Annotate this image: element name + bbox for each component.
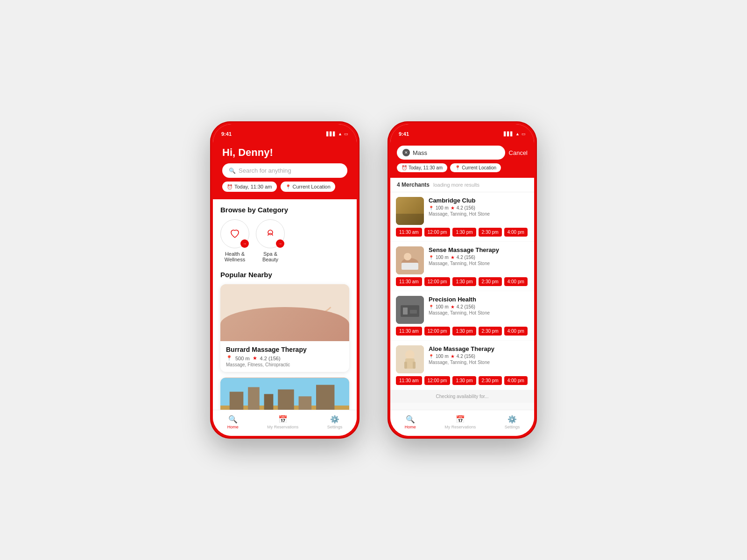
- nav-settings-1[interactable]: ⚙️ Settings: [327, 415, 343, 429]
- merchant-top-cambridge: Cambridge Club 📍 100 m ★ 4.2 (156) Massa…: [396, 197, 529, 225]
- nav-reservations-2[interactable]: 📅 My Reservations: [444, 415, 476, 429]
- search-header: ✕ Mass Cancel ⏰ Today, 11:30 am 📍 Curren…: [390, 141, 534, 178]
- precision-rating: 4.2 (156): [457, 304, 475, 309]
- location-label-2: Current Location: [462, 165, 496, 170]
- spa-icon: [264, 227, 277, 240]
- nav-reservations-1[interactable]: 📅 My Reservations: [267, 415, 298, 429]
- location-filter-label: Current Location: [293, 184, 331, 189]
- merchant-card-aloe[interactable]: Aloe Massage Therapy 📍 100 m ★ 4.2 (156)…: [390, 341, 534, 390]
- status-bar-2: 9:41 ▋▋▋ ▲ ▭: [390, 124, 534, 141]
- home-header: Hi, Denny! 🔍 Search for anything ⏰ Today…: [213, 141, 357, 199]
- nav-home-2[interactable]: 🔍 Home: [405, 415, 416, 429]
- cancel-button[interactable]: Cancel: [509, 149, 528, 156]
- reservations-nav-icon-2: 📅: [456, 415, 465, 424]
- time-slot-1130-aloe[interactable]: 11:30 am: [396, 376, 422, 385]
- merchant-meta-sense: 📍 100 m ★ 4.2 (156): [429, 255, 529, 260]
- time-slot-400-sense[interactable]: 4:00 pm: [504, 277, 528, 286]
- category-spa[interactable]: → Spa &Beauty: [256, 219, 285, 262]
- time-slot-230-sense[interactable]: 2:30 pm: [479, 277, 502, 286]
- popular-card-city[interactable]: [220, 378, 349, 410]
- results-list: Cambridge Club 📍 100 m ★ 4.2 (156) Massa…: [390, 192, 534, 410]
- merchant-tags-cambridge: Massage, Tanning, Hot Stone: [429, 211, 529, 217]
- notch-2: [439, 124, 486, 134]
- time-slot-1200-precision[interactable]: 12:00 pm: [424, 327, 451, 336]
- results-header: 4 Merchants loading more results: [390, 178, 534, 192]
- time-slot-1130-cambridge[interactable]: 11:30 am: [396, 228, 422, 237]
- merchant-info-cambridge: Cambridge Club 📍 100 m ★ 4.2 (156) Massa…: [429, 197, 529, 225]
- results-count: 4 Merchants: [397, 182, 430, 188]
- merchant-card-cambridge[interactable]: Cambridge Club 📍 100 m ★ 4.2 (156) Massa…: [390, 192, 534, 241]
- status-time-1: 9:41: [221, 131, 232, 137]
- card-distance: 500 m: [235, 356, 250, 361]
- pin-icon-sense: 📍: [429, 255, 434, 260]
- time-slot-1200-cambridge[interactable]: 12:00 pm: [424, 228, 451, 237]
- time-filter[interactable]: ⏰ Today, 11:30 am: [222, 182, 277, 192]
- wifi-icon-2: ▲: [515, 132, 520, 136]
- category-health[interactable]: → Health &Wellness: [220, 219, 249, 262]
- merchant-meta-cambridge: 📍 100 m ★ 4.2 (156): [429, 205, 529, 210]
- location-filter-2[interactable]: 📍 Current Location: [450, 163, 501, 172]
- time-slot-1200-sense[interactable]: 12:00 pm: [424, 277, 451, 286]
- svg-point-3: [252, 310, 263, 321]
- svg-rect-5: [239, 323, 253, 330]
- merchant-name-aloe: Aloe Massage Therapy: [429, 345, 529, 352]
- merchant-thumb-sense: [396, 246, 424, 274]
- time-slot-130-cambridge[interactable]: 1:30 pm: [452, 228, 476, 237]
- checking-availability-bar: Checking availability for...: [390, 390, 534, 403]
- clock-icon-2: ⏰: [402, 165, 407, 170]
- time-slot-230-aloe[interactable]: 2:30 pm: [479, 376, 502, 385]
- search-input-row: ✕ Mass Cancel: [397, 146, 528, 160]
- merchant-thumb-precision: [396, 296, 424, 324]
- phone-1: 9:41 ▋▋▋ ▲ ▭ Hi, Denny! 🔍 Search for any…: [210, 121, 359, 439]
- popular-card-burrard[interactable]: Burrard Massage Therapy 📍 500 m ★ 4.2 (1…: [220, 284, 349, 372]
- time-slot-130-precision[interactable]: 1:30 pm: [452, 327, 476, 336]
- time-filter-label: Today, 11:30 am: [234, 184, 272, 189]
- star-icon-sense: ★: [451, 255, 455, 260]
- time-slot-400-precision[interactable]: 4:00 pm: [504, 327, 528, 336]
- nav-home-1[interactable]: 🔍 Home: [227, 415, 239, 429]
- time-slot-400-cambridge[interactable]: 4:00 pm: [504, 228, 528, 237]
- browse-section-title: Browse by Category: [220, 206, 349, 214]
- time-filter-2[interactable]: ⏰ Today, 11:30 am: [397, 163, 447, 172]
- merchant-tags-precision: Massage, Tanning, Hot Stone: [429, 310, 529, 315]
- pin-icon-precision: 📍: [429, 305, 434, 309]
- search-input-active[interactable]: ✕ Mass: [397, 146, 505, 160]
- category-label-health: Health &Wellness: [225, 251, 245, 262]
- search-filters: ⏰ Today, 11:30 am 📍 Current Location: [397, 163, 528, 172]
- merchant-top-aloe: Aloe Massage Therapy 📍 100 m ★ 4.2 (156)…: [396, 345, 529, 373]
- time-slots-cambridge: 11:30 am 12:00 pm 1:30 pm 2:30 pm 4:00 p…: [396, 228, 529, 237]
- merchant-card-precision[interactable]: Precision Health 📍 100 m ★ 4.2 (156) Mas…: [390, 291, 534, 340]
- popular-section-title: Popular Nearby: [220, 271, 349, 279]
- time-slot-1200-aloe[interactable]: 12:00 pm: [424, 376, 451, 385]
- loading-text: loading more results: [433, 182, 479, 188]
- star-icon-aloe: ★: [451, 354, 455, 359]
- time-slot-1130-sense[interactable]: 11:30 am: [396, 277, 422, 286]
- time-slot-400-aloe[interactable]: 4:00 pm: [504, 376, 528, 385]
- merchant-top-sense: Sense Massage Therapy 📍 100 m ★ 4.2 (156…: [396, 246, 529, 274]
- svg-rect-1: [220, 284, 349, 339]
- sense-thumb-svg: [396, 246, 424, 274]
- search-bar[interactable]: 🔍 Search for anything: [222, 163, 347, 178]
- merchant-info-precision: Precision Health 📍 100 m ★ 4.2 (156) Mas…: [429, 296, 529, 324]
- time-slot-230-precision[interactable]: 2:30 pm: [479, 327, 502, 336]
- time-slot-230-cambridge[interactable]: 2:30 pm: [479, 228, 502, 237]
- time-slot-130-sense[interactable]: 1:30 pm: [452, 277, 476, 286]
- merchant-card-sense[interactable]: Sense Massage Therapy 📍 100 m ★ 4.2 (156…: [390, 242, 534, 291]
- time-slots-aloe: 11:30 am 12:00 pm 1:30 pm 2:30 pm 4:00 p…: [396, 376, 529, 385]
- nav-settings-2[interactable]: ⚙️ Settings: [505, 415, 520, 429]
- svg-rect-26: [413, 362, 416, 369]
- location-filter[interactable]: 📍 Current Location: [281, 182, 335, 192]
- merchant-info-aloe: Aloe Massage Therapy 📍 100 m ★ 4.2 (156)…: [429, 345, 529, 373]
- time-slot-1130-precision[interactable]: 11:30 am: [396, 327, 422, 336]
- svg-point-2: [230, 312, 303, 330]
- category-row: → Health &Wellness → Spa &Beauty: [220, 219, 349, 262]
- star-icon-cambridge: ★: [451, 205, 455, 210]
- time-slot-130-aloe[interactable]: 1:30 pm: [452, 376, 476, 385]
- clear-button[interactable]: ✕: [402, 149, 410, 156]
- star-icon-precision: ★: [451, 304, 455, 309]
- svg-point-16: [404, 253, 411, 260]
- status-time-2: 9:41: [399, 131, 409, 137]
- signal-icon-2: ▋▋▋: [504, 132, 514, 136]
- svg-rect-9: [248, 387, 260, 410]
- sense-rating: 4.2 (156): [457, 255, 475, 260]
